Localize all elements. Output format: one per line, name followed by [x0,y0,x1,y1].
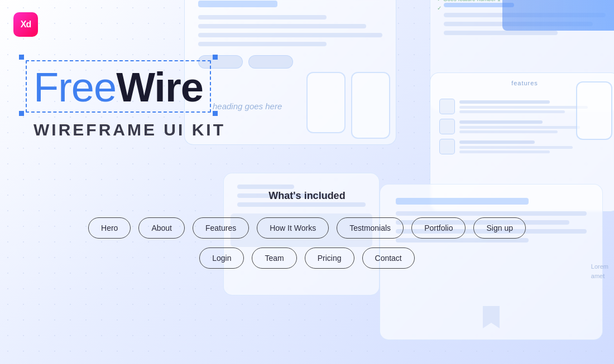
dashed-border [26,60,211,113]
brand-subtitle: WIREFRAME UI KIT [33,120,226,139]
corner-tl [19,55,24,60]
brand-box: Free Wire [33,67,203,108]
pill-testimonials[interactable]: Testmonials [337,217,404,239]
xd-logo-text: Xd [21,20,31,30]
xd-logo: Xd [13,12,38,37]
pill-hero[interactable]: Hero [88,217,131,239]
included-title: What's included [0,190,614,202]
pill-how-it-works[interactable]: How It Works [257,217,329,239]
included-section: What's included Hero About Features How … [0,190,614,278]
brand-section: Free Wire WIREFRAME UI KIT [33,67,226,139]
main-content: Xd Free Wire WIREFRAME UI KIT What's inc… [0,0,614,364]
corner-tr [213,55,218,60]
pills-row-1: Hero About Features How It Works Testmon… [0,217,614,239]
pill-portfolio[interactable]: Portfolio [411,217,466,239]
corner-bl [19,111,24,116]
pill-contact[interactable]: Contact [362,247,415,269]
pill-features[interactable]: Features [193,217,249,239]
pill-about[interactable]: About [138,217,185,239]
pill-team[interactable]: Team [252,247,296,269]
pill-login[interactable]: Login [199,247,244,269]
pill-sign-up[interactable]: Sign up [473,217,525,239]
pill-pricing[interactable]: Pricing [305,247,354,269]
corner-br [213,111,218,116]
pills-row-2: Login Team Pricing Contact [0,247,614,269]
